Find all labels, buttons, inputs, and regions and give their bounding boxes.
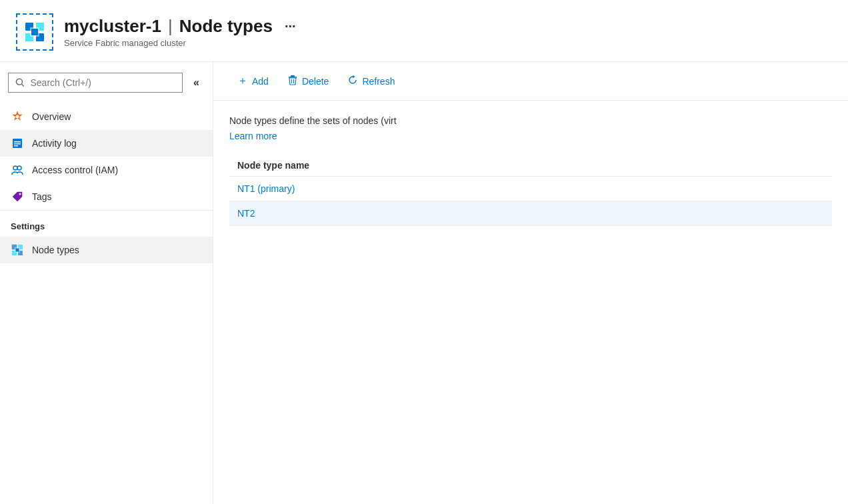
node-type-name-cell[interactable]: NT2 [229,201,832,226]
sidebar-item-overview[interactable]: Overview [0,103,213,130]
sidebar-item-access-control[interactable]: Access control (IAM) [0,157,213,183]
sidebar-label-tags: Tags [32,191,52,202]
svg-rect-21 [16,249,19,252]
content-description: Node types define the sets of nodes (vir… [229,114,832,128]
header-text-block: mycluster-1 | Node types ··· Service Fab… [64,16,296,48]
delete-button[interactable]: Delete [279,71,337,92]
iam-icon [11,163,24,177]
sidebar-label-activity-log: Activity log [32,138,77,149]
svg-point-14 [17,166,21,170]
page-title: Node types [179,16,273,37]
sidebar-label-overview: Overview [32,111,71,122]
node-type-name-cell[interactable]: NT1 (primary) [229,177,832,201]
sidebar-label-node-types: Node types [32,245,79,255]
delete-icon [287,75,298,88]
node-types-table: Node type name NT1 (primary)NT2 [229,155,832,226]
search-container: « [0,62,213,103]
main-layout: « Overview [0,62,848,504]
sidebar: « Overview [0,62,213,504]
resource-subtitle: Service Fabric managed cluster [64,38,296,48]
resource-icon [16,13,53,51]
table-header-node-type-name: Node type name [229,155,832,177]
svg-rect-10 [14,141,21,143]
refresh-button[interactable]: Refresh [339,71,403,92]
content-area: Node types define the sets of nodes (vir… [213,101,848,504]
refresh-icon [347,75,358,88]
svg-rect-22 [291,75,295,77]
svg-point-15 [19,193,21,195]
node-types-icon [11,243,24,257]
search-input[interactable] [31,77,176,88]
settings-section-label: Settings [0,210,213,237]
sidebar-item-tags[interactable]: Tags [0,183,213,210]
svg-line-7 [22,84,24,86]
sidebar-label-access-control: Access control (IAM) [32,165,118,175]
more-options-button[interactable]: ··· [285,19,296,34]
page-header: mycluster-1 | Node types ··· Service Fab… [0,0,848,62]
learn-more-link[interactable]: Learn more [229,131,277,141]
search-icon [15,77,25,88]
toolbar: ＋ Add Delete [213,62,848,101]
table-row[interactable]: NT1 (primary) [229,177,832,201]
service-fabric-svg [23,20,47,44]
svg-rect-12 [14,145,18,147]
table-row[interactable]: NT2 [229,201,832,226]
collapse-sidebar-button[interactable]: « [188,74,205,91]
svg-rect-5 [31,29,38,35]
add-label: Add [252,76,269,87]
add-button[interactable]: ＋ Add [229,70,277,92]
activity-log-icon [11,137,24,150]
sidebar-item-node-types[interactable]: Node types [0,237,213,263]
right-panel: ＋ Add Delete [213,62,848,504]
search-box[interactable] [8,73,183,93]
overview-icon [11,110,24,123]
pipe-separator: | [168,16,173,37]
sidebar-item-activity-log[interactable]: Activity log [0,130,213,157]
cluster-name: mycluster-1 [64,16,161,37]
add-icon: ＋ [237,74,248,88]
svg-rect-23 [289,77,297,78]
refresh-label: Refresh [362,76,395,87]
delete-label: Delete [302,76,329,87]
svg-point-6 [16,79,22,85]
tags-icon [11,190,24,203]
svg-point-13 [13,166,17,170]
svg-rect-11 [14,143,21,145]
